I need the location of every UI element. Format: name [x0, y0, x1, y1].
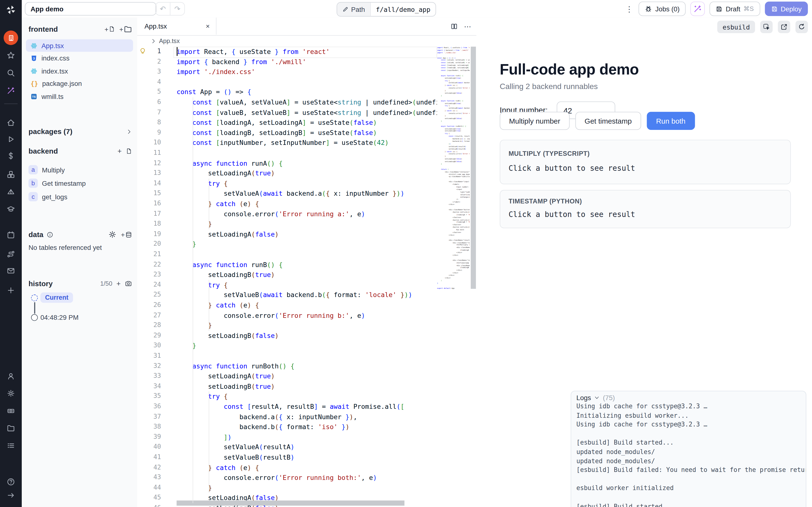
- app-name-input[interactable]: [25, 2, 156, 16]
- tab-app-tsx[interactable]: App.tsx ×: [137, 18, 216, 35]
- get-timestamp-button[interactable]: Get timestamp: [575, 112, 641, 130]
- undo-button[interactable]: ↶: [156, 3, 170, 15]
- code-line-6: const [valueA, setValueA] = useState<str…: [177, 97, 437, 107]
- rail-item-search[interactable]: [0, 69, 22, 77]
- ai-wand-button[interactable]: [691, 1, 705, 16]
- run-both-button[interactable]: Run both: [647, 112, 695, 130]
- deploy-button[interactable]: Deploy: [765, 1, 808, 16]
- runnable-item-Multiply[interactable]: aMultiply: [26, 164, 133, 176]
- split-view-icon[interactable]: [451, 22, 458, 30]
- rail-item-dollar[interactable]: [0, 152, 22, 160]
- svg-text:TS: TS: [32, 95, 36, 98]
- rail-item-plus[interactable]: [0, 286, 22, 294]
- add-runnable-button[interactable]: +: [117, 147, 122, 155]
- add-file-button[interactable]: +: [105, 25, 115, 33]
- search-icon: [7, 69, 15, 77]
- line-number: 45: [147, 493, 161, 503]
- logs-count: (75): [603, 394, 615, 401]
- history-entry-time[interactable]: 04:48:29 PM: [41, 314, 79, 322]
- code-area[interactable]: 1234567891011121314151617181920212223242…: [137, 47, 477, 507]
- line-number: 10: [147, 138, 161, 148]
- code-line-3: import './index.css': [177, 67, 437, 77]
- open-external-button[interactable]: [778, 21, 790, 33]
- close-tab-icon[interactable]: ×: [206, 22, 210, 30]
- breadcrumb[interactable]: App.tsx: [151, 37, 180, 45]
- inspect-element-button[interactable]: [760, 21, 772, 33]
- add-folder-button[interactable]: +: [119, 25, 132, 33]
- camera-icon[interactable]: [125, 280, 132, 287]
- rail-item-folder[interactable]: [0, 424, 22, 432]
- draft-button[interactable]: Draft ⌘S: [710, 1, 760, 16]
- rail-item-workspace-building[interactable]: [0, 31, 22, 45]
- packages-section[interactable]: packages (7): [29, 127, 132, 135]
- line-number: 12: [147, 158, 161, 168]
- line-number: 7: [147, 107, 161, 118]
- path-value[interactable]: f/all/demo_app: [371, 3, 435, 16]
- file-item-App.tsx[interactable]: App.tsx: [26, 40, 133, 52]
- rail-item-graduation-cap[interactable]: [0, 205, 22, 213]
- path-edit-segment[interactable]: Path: [337, 3, 371, 16]
- code-line-5: const App = () => {: [177, 87, 437, 97]
- multiply-number-button[interactable]: Multiply number: [500, 112, 570, 130]
- rail-item-windmill-logo[interactable]: [0, 5, 22, 15]
- rail-item-user[interactable]: [0, 372, 22, 380]
- rail-item-workers[interactable]: [0, 407, 22, 415]
- indent-guide: [193, 97, 193, 503]
- plus-icon: [7, 286, 15, 294]
- line-number: 27: [147, 311, 161, 321]
- file-item-index.css[interactable]: 3index.css: [26, 52, 133, 64]
- file-icon[interactable]: [126, 148, 132, 154]
- editor-tab-bar: App.tsx × ⋯: [137, 18, 477, 36]
- editor-vertical-scrollbar[interactable]: [470, 47, 477, 507]
- rail-item-cubes[interactable]: [0, 170, 22, 178]
- bug-icon: [645, 5, 652, 12]
- help-icon: [7, 478, 15, 486]
- info-icon: [47, 231, 53, 238]
- packages-title: packages (7): [29, 127, 72, 135]
- minimap[interactable]: import React, { useState } from 'react'i…: [437, 47, 470, 507]
- rail-item-star[interactable]: [0, 51, 22, 59]
- file-item-index.tsx[interactable]: index.tsx: [26, 65, 133, 77]
- external-link-icon: [780, 23, 788, 31]
- rail-item-calendar[interactable]: [0, 231, 22, 239]
- rail-item-list[interactable]: [0, 442, 22, 450]
- home-icon: [7, 118, 15, 127]
- code-line-31: [177, 351, 437, 361]
- line-number: 33: [147, 371, 161, 382]
- history-entry-node-icon: [31, 314, 38, 321]
- chevron-right-icon: [126, 129, 132, 134]
- workers-icon: [7, 407, 15, 415]
- multiply-card-body: Click a button to see result: [508, 164, 782, 172]
- rail-item-gear[interactable]: [0, 389, 22, 397]
- rail-item-play[interactable]: [0, 135, 22, 143]
- file-item-wmill.ts[interactable]: TSwmill.ts: [26, 90, 133, 102]
- line-number: 28: [147, 321, 161, 331]
- rail-item-arrow-right[interactable]: [0, 491, 22, 500]
- rail-item-home[interactable]: [0, 118, 22, 127]
- runnable-item-get_logs[interactable]: cget_logs: [26, 190, 133, 203]
- add-table-button[interactable]: +: [121, 230, 132, 238]
- editor-horizontal-scrollbar[interactable]: [177, 501, 404, 506]
- logs-output[interactable]: Using idb cache for csstype@3.2.3 … Init…: [571, 402, 806, 507]
- lightbulb-icon[interactable]: [140, 48, 146, 54]
- rail-item-magic-wand[interactable]: [0, 87, 22, 95]
- rail-item-mail[interactable]: [0, 267, 22, 275]
- history-current-item[interactable]: Current: [41, 292, 73, 303]
- refresh-preview-button[interactable]: [796, 21, 808, 33]
- rail-item-prism[interactable]: [0, 188, 22, 196]
- jobs-button[interactable]: Jobs (0): [639, 1, 686, 16]
- runnable-item-Get timestamp[interactable]: bGet timestamp: [26, 177, 133, 189]
- logs-header[interactable]: Logs (75): [571, 391, 806, 402]
- rail-item-help[interactable]: [0, 478, 22, 486]
- gear-icon[interactable]: [108, 230, 117, 238]
- more-menu-button[interactable]: ⋮: [624, 5, 634, 13]
- runnable-name: Multiply: [42, 166, 65, 174]
- code-line-30: }: [177, 341, 437, 351]
- file-item-package.json[interactable]: {}package.json: [26, 77, 133, 90]
- tab-label: App.tsx: [145, 22, 167, 30]
- redo-button[interactable]: ↷: [170, 3, 184, 15]
- rail-item-route[interactable]: [0, 250, 22, 258]
- add-snapshot-button[interactable]: +: [116, 279, 121, 288]
- path-control[interactable]: Path f/all/demo_app: [337, 2, 436, 17]
- editor-more-menu[interactable]: ⋯: [464, 22, 471, 30]
